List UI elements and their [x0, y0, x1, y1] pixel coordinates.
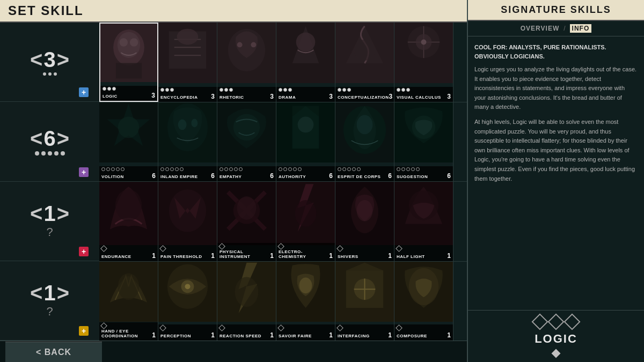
level-plus-4[interactable]: +: [79, 326, 89, 336]
card-dots: [338, 246, 392, 251]
skill-card-suggestion[interactable]: SUGGESTION 6: [394, 102, 453, 182]
level-plus-1[interactable]: +: [79, 87, 89, 97]
skill-card-reaction-speed[interactable]: REACTION SPEED 1: [217, 262, 276, 341]
card-dot: [101, 167, 105, 171]
dot: [61, 151, 65, 156]
skill-card-volition[interactable]: VOLITION 6: [99, 102, 158, 182]
skill-name: PHYSICAL INSTRUMENT: [219, 250, 270, 260]
skill-card-inland-empire[interactable]: INLAND EMPIRE 6: [158, 102, 217, 182]
nav-info[interactable]: INFO: [570, 24, 592, 33]
svg-point-52: [118, 273, 140, 300]
svg-point-58: [235, 277, 259, 306]
skill-card-empathy[interactable]: EMPATHY 6: [217, 102, 276, 182]
skill-card-physical-instrument[interactable]: PHYSICAL INSTRUMENT 1: [217, 182, 276, 261]
skill-level: 1: [388, 331, 392, 339]
skill-name: HALF LIGHT: [397, 255, 425, 260]
left-panel: SET SKILL < 3 > +: [0, 0, 467, 362]
skill-card-visual-calculus[interactable]: VISUAL CALCULUS 3: [394, 23, 453, 102]
card-dot: [116, 167, 120, 171]
bracket-left-3: <: [30, 203, 42, 224]
dot: [41, 151, 46, 156]
card-label-rhetoric: RHETORIC 3: [217, 87, 276, 102]
skill-name: ENDURANCE: [101, 255, 131, 260]
art-svg: [158, 262, 217, 322]
art-svg: [335, 182, 394, 245]
card-label-physical-instrument: PHYSICAL INSTRUMENT 1: [217, 243, 276, 261]
skill-level: 1: [152, 331, 156, 339]
level-number-2: 6: [43, 128, 55, 149]
dot: [54, 72, 57, 76]
card-name-row: CONCEPTUALIZATION 3: [338, 93, 392, 100]
skill-name: VOLITION: [101, 175, 124, 180]
skill-card-drama[interactable]: DRAMA 3: [276, 23, 335, 102]
bracket-right-4: >: [57, 282, 69, 304]
card-dot: [338, 167, 341, 171]
skill-card-rhetoric[interactable]: RHETORIC 3: [217, 23, 276, 102]
card-dot: [416, 167, 420, 171]
sig-diamonds: [534, 316, 578, 328]
skill-card-hand-eye[interactable]: HAND / EYE COORDINATION 1: [99, 262, 158, 341]
card-dot: [347, 167, 351, 171]
card-dot: [160, 88, 164, 92]
card-dot: [160, 167, 164, 171]
skill-level: 6: [270, 172, 274, 180]
skill-card-authority[interactable]: AUTHORITY 6: [276, 102, 335, 182]
skill-card-pain-threshold[interactable]: PAIN THRESHOLD 1: [158, 182, 217, 261]
back-button[interactable]: < BACK: [5, 342, 102, 362]
card-label-volition: VOLITION 6: [99, 166, 158, 181]
card-dot: [180, 167, 184, 171]
card-dot: [100, 245, 107, 252]
card-label-suggestion: SUGGESTION 6: [394, 166, 453, 181]
level-plus-2[interactable]: +: [79, 167, 89, 177]
svg-point-26: [178, 119, 187, 130]
card-dot: [111, 167, 115, 171]
card-name-row: SAVOIR FAIRE 1: [279, 331, 333, 339]
right-panel: SIGNATURE SKILLS OVERVIEW / INFO COOL FO…: [467, 0, 644, 362]
level-plus-3[interactable]: +: [79, 247, 89, 256]
skill-card-esprit-de-corps[interactable]: ESPRIT DE CORPS 6: [335, 102, 394, 182]
card-label-authority: AUTHORITY 6: [276, 166, 335, 181]
skill-card-conceptualization[interactable]: CONCEPTUALIZATION 3: [335, 23, 394, 102]
skill-name: INTERFACING: [338, 334, 370, 339]
card-dots: [160, 88, 215, 92]
card-dots-logic: [103, 87, 155, 91]
skill-card-composure[interactable]: COMPOSURE 1: [394, 262, 453, 341]
skill-card-perception[interactable]: PERCEPTION 1: [158, 262, 217, 341]
bracket-right-2: >: [57, 128, 69, 149]
skill-card-interfacing[interactable]: INTERFACING 1: [335, 262, 394, 341]
card-dot: [239, 167, 243, 171]
card-art-physical-instrument: [217, 182, 276, 245]
card-dot: [229, 167, 233, 171]
skill-card-endurance[interactable]: ENDURANCE 1: [99, 182, 158, 261]
card-name-row: PHYSICAL INSTRUMENT 1: [219, 250, 274, 260]
skill-card-electro-chemistry[interactable]: ELECTRO-CHEMISTRY 1: [276, 182, 335, 261]
level-dots-2: [35, 151, 65, 156]
card-art-reaction-speed: [217, 262, 276, 322]
level-number-3: 1: [43, 203, 55, 224]
card-name-row: ENDURANCE 1: [101, 252, 156, 260]
skill-name: PERCEPTION: [160, 334, 191, 339]
svg-point-4: [130, 38, 138, 46]
dot: [35, 151, 39, 156]
card-label-composure: COMPOSURE 1: [394, 324, 453, 341]
card-dot: [401, 167, 405, 171]
skill-name: SAVOIR FAIRE: [279, 334, 312, 339]
nav-overview[interactable]: OVERVIEW: [521, 25, 559, 32]
card-label-hand-eye: HAND / EYE COORDINATION 1: [99, 322, 158, 341]
card-name-row: HALF LIGHT 1: [397, 252, 451, 260]
skill-level: 6: [329, 172, 333, 180]
card-art-inland-empire: [158, 102, 217, 163]
skill-card-encyclopedia[interactable]: ENCYCLOPEDIA 3: [158, 23, 217, 102]
card-art-composure: [394, 262, 453, 322]
skill-card-savoir-faire[interactable]: SAVOIR FAIRE 1: [276, 262, 335, 341]
skill-name: AUTHORITY: [279, 175, 306, 180]
card-name-row: EMPATHY 6: [219, 172, 274, 180]
skill-card-logic[interactable]: LOGIC 3: [99, 23, 158, 102]
card-name-row: DRAMA 3: [279, 93, 333, 100]
level-row-3: < 1 > ? +: [0, 182, 99, 261]
skill-card-shivers[interactable]: SHIVERS 1: [335, 182, 394, 261]
card-art-volition: [99, 102, 158, 163]
skill-card-half-light[interactable]: HALF LIGHT 1: [394, 182, 453, 261]
card-name-row: REACTION SPEED 1: [219, 331, 274, 339]
card-art-empathy: [217, 102, 276, 163]
